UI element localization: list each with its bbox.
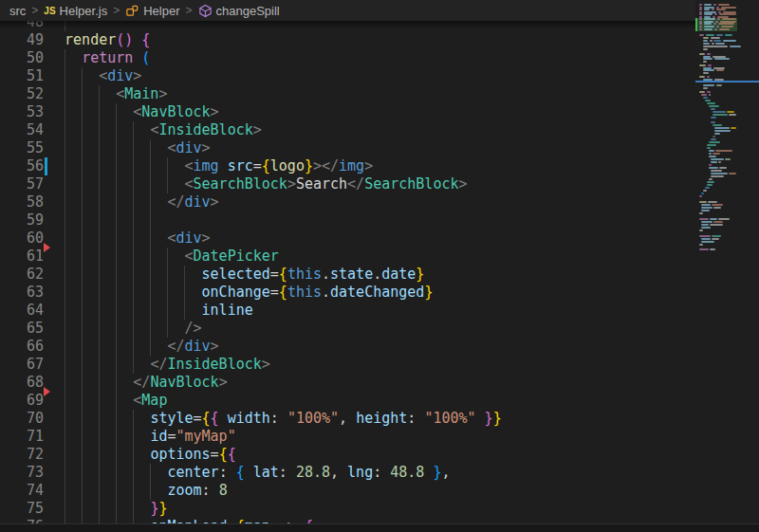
code-line[interactable]: 57 <SearchBlock>Search</SearchBlock> — [0, 175, 695, 193]
minimap-code-line — [709, 94, 711, 96]
indent-guide — [82, 121, 83, 139]
indent-guide — [82, 139, 83, 157]
indent-guide — [116, 139, 117, 157]
code-editor[interactable]: 48 49 render() {50 return (51 <div>52 <M… — [0, 0, 695, 532]
indent-guide — [65, 302, 65, 320]
minimap-code-line — [707, 76, 710, 78]
code-line[interactable]: 65 /> — [0, 320, 695, 338]
minimap-code-line — [703, 72, 709, 74]
minimap-code-line — [718, 23, 734, 25]
line-number: 71 — [0, 428, 44, 446]
code-line[interactable]: 74 zoom: 8 — [0, 482, 695, 500]
line-number: 72 — [0, 446, 44, 464]
indent-guide — [65, 356, 65, 374]
code-line[interactable]: 71 id="myMap" — [0, 428, 695, 446]
line-number: 52 — [0, 85, 44, 103]
indent-guide — [133, 211, 134, 229]
indent-guide — [99, 446, 100, 464]
minimap[interactable] — [695, 0, 759, 532]
code-line[interactable]: 49 render() { — [0, 31, 695, 49]
indent-guide — [116, 338, 117, 356]
indent-guide — [133, 320, 134, 338]
minimap-code-line — [699, 91, 705, 93]
indent-guide — [133, 193, 134, 211]
indent-guide — [133, 302, 134, 320]
code-line[interactable]: 67 </InsideBlock> — [0, 356, 695, 374]
breadcrumb-item-method[interactable]: changeSpill — [198, 4, 280, 18]
minimap-code-line — [703, 61, 707, 63]
line-number: 60 — [0, 229, 44, 248]
minimap-code-line — [718, 218, 730, 220]
code-line[interactable]: 68 </NavBlock> — [0, 374, 695, 392]
indent-guide — [116, 374, 117, 392]
minimap-code-line — [714, 130, 731, 132]
indent-guide — [133, 248, 134, 266]
breadcrumb-item-src[interactable]: src — [9, 4, 26, 18]
code-line[interactable]: 52 <Main> — [0, 85, 695, 103]
code-line[interactable]: 58 </div> — [0, 193, 695, 211]
minimap-code-line — [712, 9, 714, 10]
minimap-code-line — [711, 117, 716, 119]
indent-guide — [99, 103, 100, 121]
minimap-code-line — [716, 84, 722, 86]
code-line[interactable]: 75 }} — [0, 500, 695, 518]
minimap-code-line — [719, 28, 730, 30]
code-line[interactable]: 63 onChange={this.dateChanged} — [0, 284, 695, 302]
code-line[interactable]: 61 <DatePicker — [0, 248, 695, 266]
indent-guide — [99, 193, 100, 211]
minimap-code-line — [699, 26, 702, 28]
minimap-code-line — [729, 173, 736, 174]
indent-guide — [65, 49, 65, 67]
code-line[interactable]: 54 <InsideBlock> — [0, 121, 695, 139]
minimap-code-line — [701, 94, 707, 96]
minimap-code-line — [713, 221, 723, 223]
breadcrumb-label: Helper — [143, 4, 179, 18]
minimap-code-line — [699, 4, 702, 6]
minimap-code-line — [709, 141, 720, 143]
minimap-code-line — [699, 248, 709, 250]
minimap-code-line — [711, 108, 715, 110]
minimap-code-line — [719, 167, 727, 169]
indent-guide — [65, 248, 65, 266]
indent-guide — [99, 302, 100, 320]
indent-guide — [116, 392, 117, 410]
code-line[interactable]: 72 options={{ — [0, 446, 695, 464]
code-line[interactable]: 73 center: { lat: 28.8, lng: 48.8 }, — [0, 464, 695, 482]
code-line[interactable]: 69 <Map — [0, 392, 695, 410]
indent-guide — [99, 175, 100, 193]
indent-guide — [116, 410, 117, 428]
line-number: 54 — [0, 121, 44, 139]
code-line[interactable]: 55 <div> — [0, 139, 695, 157]
code-line[interactable]: 66 </div> — [0, 338, 695, 356]
indent-guide — [133, 446, 134, 464]
minimap-code-line — [709, 105, 719, 107]
code-line[interactable]: 59 — [0, 211, 695, 229]
indent-guide — [82, 320, 83, 338]
code-line[interactable]: 62 selected={this.state.date} — [0, 266, 695, 284]
minimap-code-line — [704, 4, 712, 6]
code-line[interactable]: 64 inline — [0, 302, 695, 320]
minimap-code-line — [712, 204, 723, 206]
breadcrumb-item-file[interactable]: JS Helper.js — [44, 4, 107, 18]
minimap-code-line — [703, 46, 728, 47]
breadcrumb-label: Helper.js — [60, 4, 108, 18]
code-line[interactable]: 50 return ( — [0, 49, 695, 67]
code-line[interactable]: 70 style={{ width: "100%", height: "100%… — [0, 410, 695, 428]
minimap-code-line — [713, 153, 720, 155]
indent-guide — [116, 248, 117, 266]
minimap-code-line — [703, 40, 708, 42]
minimap-code-line — [705, 100, 711, 101]
code-line[interactable]: 60 <div> — [0, 229, 695, 248]
breadcrumb-item-class[interactable]: Helper — [125, 4, 179, 18]
indent-guide — [82, 374, 83, 392]
minimap-code-line — [713, 23, 716, 25]
minimap-code-line — [716, 34, 723, 36]
indent-guide — [167, 284, 168, 302]
minimap-code-line — [703, 97, 708, 99]
indent-guide — [184, 266, 185, 284]
code-line[interactable]: 53 <NavBlock> — [0, 103, 695, 121]
minimap-code-line — [699, 195, 702, 197]
minimap-code-line — [719, 13, 736, 15]
code-line[interactable]: 51 <div> — [0, 67, 695, 85]
code-line[interactable]: 56 <img src={logo}></img> — [0, 157, 695, 175]
